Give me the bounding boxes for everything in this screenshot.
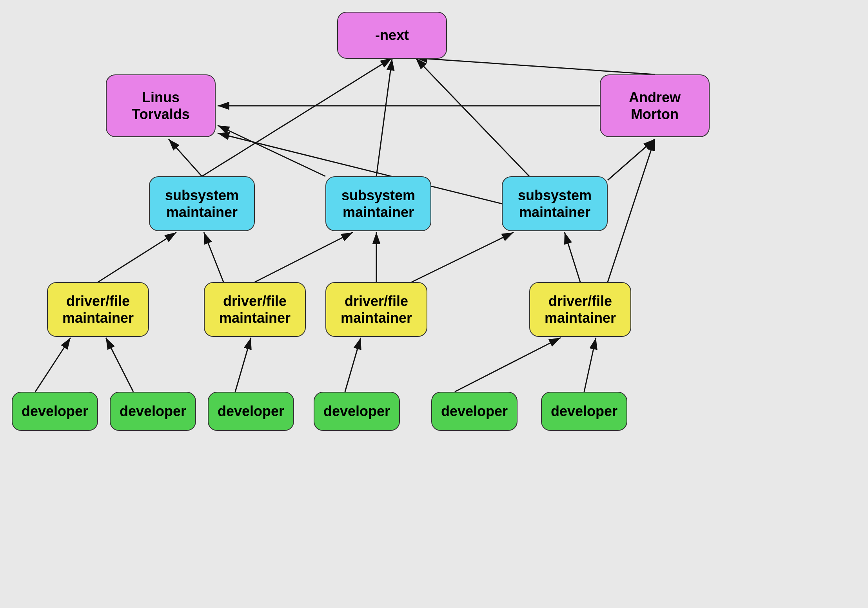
svg-line-21 <box>455 338 561 392</box>
node-sub2-label: subsystemmaintainer <box>341 187 415 221</box>
node-sub3-label: subsystemmaintainer <box>518 187 592 221</box>
svg-line-16 <box>608 139 655 282</box>
node-dev1-label: developer <box>22 403 88 420</box>
svg-line-10 <box>98 232 176 282</box>
node-dev2: developer <box>110 392 196 431</box>
node-andrew: AndrewMorton <box>600 74 710 137</box>
svg-line-3 <box>218 125 325 176</box>
node-next-label: -next <box>375 27 409 43</box>
node-drv2: driver/filemaintainer <box>204 282 306 337</box>
node-next: -next <box>337 12 447 59</box>
svg-line-4 <box>376 59 392 176</box>
node-dev6: developer <box>541 392 627 431</box>
node-andrew-label: AndrewMorton <box>629 89 681 123</box>
svg-line-20 <box>345 338 361 392</box>
node-drv3-label: driver/filemaintainer <box>341 293 412 326</box>
node-dev6-label: developer <box>551 403 617 420</box>
svg-line-9 <box>416 58 655 74</box>
node-drv1: driver/filemaintainer <box>47 282 149 337</box>
svg-line-18 <box>106 338 133 392</box>
node-linus-label: LinusTorvalds <box>132 89 189 123</box>
diagram: -next LinusTorvalds AndrewMorton subsyst… <box>0 0 868 608</box>
node-dev3: developer <box>208 392 294 431</box>
node-sub3: subsystemmaintainer <box>502 176 608 231</box>
svg-line-7 <box>608 139 655 180</box>
node-dev5: developer <box>431 392 518 431</box>
node-drv4-label: driver/filemaintainer <box>545 293 616 326</box>
node-linus: LinusTorvalds <box>106 74 216 137</box>
svg-line-17 <box>35 338 71 392</box>
svg-line-1 <box>169 139 202 176</box>
node-sub2: subsystemmaintainer <box>325 176 431 231</box>
node-drv4: driver/filemaintainer <box>529 282 631 337</box>
node-sub1-label: subsystemmaintainer <box>165 187 239 221</box>
svg-line-15 <box>565 232 580 282</box>
svg-line-22 <box>584 338 596 392</box>
node-drv1-label: driver/filemaintainer <box>62 293 134 326</box>
svg-line-19 <box>235 338 251 392</box>
node-dev4: developer <box>314 392 400 431</box>
svg-line-14 <box>412 232 514 282</box>
node-dev5-label: developer <box>441 403 508 420</box>
svg-line-12 <box>255 232 353 282</box>
node-drv3: driver/filemaintainer <box>325 282 427 337</box>
svg-line-11 <box>204 232 223 282</box>
node-dev4-label: developer <box>323 403 390 420</box>
svg-line-6 <box>416 58 529 176</box>
node-drv2-label: driver/filemaintainer <box>219 293 291 326</box>
node-dev2-label: developer <box>120 403 186 420</box>
svg-line-2 <box>202 58 392 176</box>
node-sub1: subsystemmaintainer <box>149 176 255 231</box>
node-dev1: developer <box>12 392 98 431</box>
node-dev3-label: developer <box>218 403 284 420</box>
